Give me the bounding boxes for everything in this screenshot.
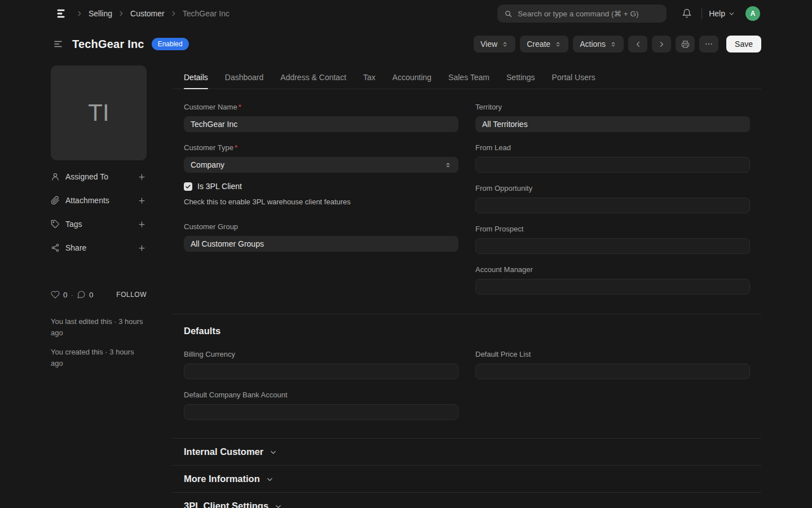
chevron-down-icon	[728, 10, 735, 17]
from-prospect-input[interactable]	[475, 238, 750, 254]
billing-currency-input[interactable]	[184, 364, 458, 379]
view-button-label: View	[480, 40, 497, 49]
territory-input[interactable]: All Territories	[475, 116, 750, 132]
next-document-button[interactable]	[652, 36, 671, 52]
tab-accounting[interactable]: Accounting	[392, 65, 431, 89]
chevron-up-down-icon	[610, 41, 617, 48]
customer-name-input[interactable]: TechGear Inc	[184, 116, 458, 132]
details-section: Customer Name* TechGear Inc Customer Typ…	[173, 89, 761, 314]
customer-image-placeholder[interactable]: TI	[51, 65, 147, 160]
tab-details[interactable]: Details	[184, 65, 208, 89]
section-internal-customer[interactable]: Internal Customer	[173, 438, 761, 465]
tab-address-contact[interactable]: Address & Contact	[280, 65, 346, 89]
sidebar-item-share[interactable]: Share	[51, 240, 147, 255]
heart-icon[interactable]	[51, 290, 60, 299]
more-options-button[interactable]	[699, 36, 718, 52]
required-marker: *	[239, 103, 241, 111]
tab-settings[interactable]: Settings	[506, 65, 535, 89]
tag-icon	[51, 220, 60, 229]
required-marker: *	[235, 143, 237, 152]
like-count: 0	[63, 291, 68, 299]
field-label: Territory	[475, 103, 750, 112]
defaults-section: Defaults Billing Currency Default Compan…	[173, 314, 761, 438]
app-logo[interactable]	[55, 7, 68, 20]
sidebar-item-assigned-to[interactable]: Assigned To	[51, 169, 147, 184]
section-3pl-client-settings[interactable]: 3PL Client Settings	[173, 492, 761, 508]
search-input[interactable]	[518, 10, 660, 18]
chevron-up-down-icon	[444, 161, 452, 169]
customer-type-select[interactable]: Company	[184, 157, 458, 173]
is-3pl-client-checkbox-row[interactable]: Is 3PL Client	[184, 182, 458, 191]
from-lead-field: From Lead	[475, 143, 750, 173]
search-icon	[504, 10, 513, 18]
from-opportunity-input[interactable]	[475, 198, 750, 213]
tab-dashboard[interactable]: Dashboard	[225, 65, 264, 89]
customer-group-input[interactable]: All Customer Groups	[184, 236, 458, 252]
document-sidebar: TI Assigned To Attachments	[51, 65, 147, 508]
follow-button[interactable]: FOLLOW	[116, 291, 147, 299]
check-icon	[185, 183, 191, 190]
page-header: TechGear Inc Enabled View Create Actions	[0, 27, 812, 61]
default-price-list-input[interactable]	[475, 364, 750, 379]
actions-button-label: Actions	[580, 40, 606, 49]
notifications-button[interactable]	[679, 6, 695, 21]
user-avatar[interactable]: A	[745, 6, 760, 21]
dot-separator: ·	[71, 291, 74, 299]
add-share-button[interactable]	[136, 243, 147, 253]
checkbox-description: Check this to enable 3PL warehouse clien…	[184, 197, 458, 207]
section-title: More Information	[184, 474, 260, 484]
add-assignment-button[interactable]	[136, 172, 147, 182]
top-navbar: Selling Customer TechGear Inc Help A	[0, 0, 812, 27]
engagement-row: 0 · 0 FOLLOW	[51, 290, 147, 299]
from-lead-input[interactable]	[475, 157, 750, 173]
account-manager-input[interactable]	[475, 279, 750, 295]
field-label: Account Manager	[475, 265, 750, 274]
chevron-right-icon	[170, 10, 178, 17]
breadcrumb-selling[interactable]: Selling	[89, 9, 112, 18]
actions-button[interactable]: Actions	[573, 36, 624, 52]
customer-name-field: Customer Name* TechGear Inc	[184, 103, 458, 132]
account-manager-field: Account Manager	[475, 265, 750, 295]
field-label: From Prospect	[475, 225, 750, 234]
tab-portal-users[interactable]: Portal Users	[552, 65, 595, 89]
field-value: All Customer Groups	[191, 239, 264, 248]
field-label: From Lead	[475, 143, 750, 152]
section-title: 3PL Client Settings	[184, 501, 268, 508]
bell-icon	[682, 8, 692, 19]
sidebar-actions: Assigned To Attachments Tags	[51, 169, 147, 255]
tab-tax[interactable]: Tax	[363, 65, 376, 89]
checkbox-label: Is 3PL Client	[197, 182, 242, 191]
sidebar-item-tags[interactable]: Tags	[51, 217, 147, 231]
sidebar-toggle-button[interactable]	[51, 37, 65, 51]
sidebar-item-label: Attachments	[65, 196, 109, 205]
paperclip-icon	[51, 196, 60, 205]
form-column-left: Customer Name* TechGear Inc Customer Typ…	[184, 103, 458, 306]
previous-document-button[interactable]	[628, 36, 647, 52]
tab-sales-team[interactable]: Sales Team	[448, 65, 489, 89]
sidebar-item-label: Assigned To	[65, 172, 108, 181]
breadcrumb-customer[interactable]: Customer	[130, 9, 165, 18]
sidebar-item-attachments[interactable]: Attachments	[51, 193, 147, 208]
form-main: Details Dashboard Address & Contact Tax …	[173, 65, 761, 508]
from-opportunity-field: From Opportunity	[475, 184, 750, 213]
printer-icon	[681, 40, 690, 49]
add-tag-button[interactable]	[136, 219, 147, 229]
create-button[interactable]: Create	[520, 36, 568, 52]
breadcrumb-current-doc[interactable]: TechGear Inc	[183, 9, 230, 18]
ellipsis-icon	[704, 40, 713, 49]
save-button[interactable]: Save	[726, 36, 761, 52]
section-title: Internal Customer	[184, 446, 263, 457]
help-menu[interactable]: Help	[709, 9, 735, 18]
header-actions: View Create Actions	[474, 36, 761, 52]
print-button[interactable]	[676, 36, 695, 52]
chevron-left-icon	[634, 40, 642, 49]
checkbox-checked[interactable]	[184, 182, 192, 191]
comment-icon[interactable]	[77, 290, 86, 299]
global-search[interactable]	[497, 5, 667, 23]
add-attachment-button[interactable]	[136, 195, 147, 205]
default-company-bank-account-input[interactable]	[184, 404, 458, 420]
customer-type-field: Customer Type* Company	[184, 143, 458, 173]
section-more-information[interactable]: More Information	[173, 465, 761, 492]
view-button[interactable]: View	[474, 36, 515, 52]
comment-count: 0	[89, 291, 94, 299]
